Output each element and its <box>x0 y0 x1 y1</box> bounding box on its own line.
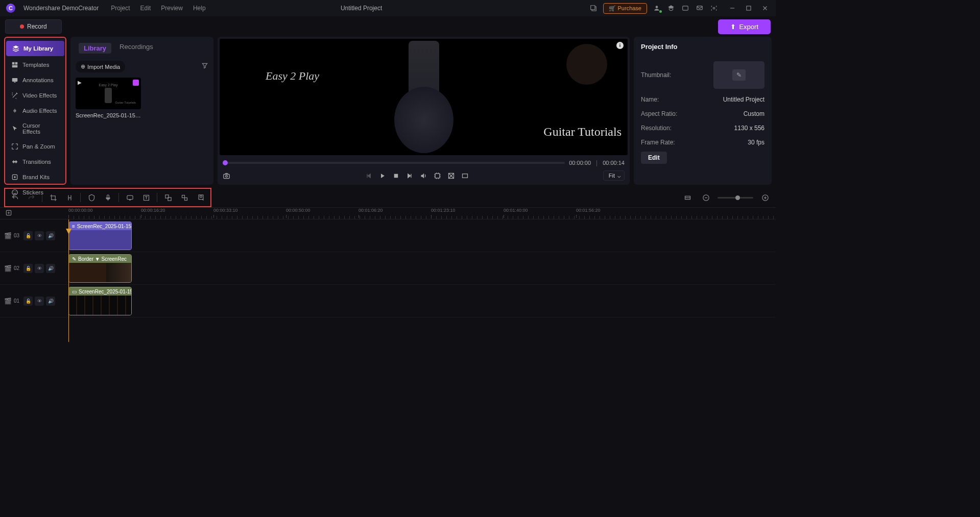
aspect-label: Aspect Ratio: <box>641 110 677 117</box>
purchase-button[interactable]: 🛒Purchase <box>603 3 647 14</box>
mute-button[interactable]: 🔊 <box>46 297 55 306</box>
sidebar-item-cursor-effects[interactable]: Cursor Effects <box>5 118 65 139</box>
message-icon[interactable] <box>695 4 704 13</box>
name-label: Name: <box>641 96 659 103</box>
svg-point-0 <box>656 6 658 8</box>
visibility-button[interactable]: 👁 <box>35 231 44 240</box>
thumbnail-edit[interactable]: ✎ <box>713 61 764 89</box>
ruler-tick: 00:01:56:20 <box>576 208 601 213</box>
snapshot-button[interactable] <box>223 172 230 180</box>
maximize-icon[interactable] <box>744 4 753 13</box>
svg-rect-7 <box>12 65 18 68</box>
duration: 00:00:14 <box>603 160 625 166</box>
mute-button[interactable]: 🔊 <box>46 231 55 240</box>
zoom-in-button[interactable] <box>758 191 772 204</box>
svg-rect-2 <box>697 6 703 10</box>
text-button[interactable] <box>139 191 153 204</box>
new-project-icon[interactable] <box>589 4 598 13</box>
next-frame-button[interactable] <box>406 172 414 180</box>
tab-library[interactable]: Library <box>79 43 111 54</box>
add-track-button[interactable] <box>5 209 12 218</box>
lock-button[interactable]: 🔓 <box>23 264 33 273</box>
zoom-slider[interactable] <box>718 197 753 199</box>
support-icon[interactable] <box>709 4 719 13</box>
lock-button[interactable]: 🔓 <box>23 231 33 240</box>
cloud-icon[interactable] <box>681 4 690 13</box>
svg-point-27 <box>200 195 202 198</box>
annotate-icon <box>11 77 18 84</box>
props-title: Project Info <box>641 43 764 51</box>
svg-point-15 <box>226 175 228 177</box>
clip[interactable]: ▭ScreenRec_2025-01-15 <box>68 287 132 315</box>
crop-button[interactable] <box>46 191 60 204</box>
zoom-fit-button[interactable] <box>681 191 694 204</box>
sidebar-item-pan-zoom[interactable]: Pan & Zoom <box>5 139 65 154</box>
zoom-handle[interactable] <box>735 195 740 200</box>
decorative-guitar <box>409 41 439 153</box>
ungroup-button[interactable] <box>178 191 191 204</box>
sidebar-item-transitions[interactable]: Transitions <box>5 154 65 169</box>
svg-point-10 <box>14 176 16 178</box>
export-button[interactable]: ⬆Export <box>718 19 771 34</box>
user-icon[interactable] <box>652 4 661 13</box>
close-icon[interactable] <box>760 4 770 13</box>
lock-button[interactable]: 🔓 <box>23 297 33 306</box>
import-media-button[interactable]: ⊕Import Media <box>76 61 125 72</box>
wand-icon <box>11 92 18 99</box>
plus-icon: ⊕ <box>81 63 85 70</box>
visibility-button[interactable]: 👁 <box>35 264 44 273</box>
sidebar-item-templates[interactable]: Templates <box>5 57 65 72</box>
sidebar-item-video-effects[interactable]: Video Effects <box>5 88 65 103</box>
svg-point-3 <box>713 7 715 9</box>
filter-icon[interactable] <box>201 62 208 71</box>
info-icon[interactable]: i <box>616 42 624 49</box>
video-track-icon: 🎬 <box>4 298 12 305</box>
play-button[interactable] <box>378 172 386 180</box>
ruler-tick: 00:00:50:00 <box>286 208 310 213</box>
voiceover-button[interactable] <box>101 191 114 204</box>
tab-recordings[interactable]: Recordings <box>119 43 153 54</box>
sidebar-item-my-library[interactable]: My Library <box>6 41 64 56</box>
preview-text-left: Easy 2 Play <box>266 69 319 83</box>
prev-frame-button[interactable] <box>365 172 372 180</box>
stop-button[interactable] <box>392 172 400 180</box>
group-button[interactable] <box>161 191 175 204</box>
ruler-tick: 00:01:23:10 <box>431 208 456 213</box>
visibility-button[interactable]: 👁 <box>35 297 44 306</box>
chat-button[interactable] <box>123 191 136 204</box>
undo-button[interactable] <box>8 191 21 204</box>
seek-handle[interactable] <box>223 160 228 165</box>
fit-select[interactable]: Fit ⌵ <box>603 170 625 181</box>
titlebar: C Wondershare DemoCreator Project Edit P… <box>0 0 776 16</box>
zoom-out-button[interactable] <box>699 191 712 204</box>
ruler-tick: 00:01:06:20 <box>358 208 383 213</box>
project-title: Untitled Project <box>142 5 581 12</box>
crop-frame-button[interactable] <box>434 172 441 180</box>
preview-video[interactable]: Easy 2 Play Guitar Tutorials i <box>220 39 628 155</box>
clip[interactable]: ≡ScreenRec_2025-01-15 <box>68 221 132 250</box>
timeline-ruler[interactable]: 00:00:00:00 00:00:16:20 00:00:33:10 00:0… <box>0 207 776 219</box>
minimize-icon[interactable] <box>728 4 737 13</box>
academy-icon[interactable] <box>666 4 676 13</box>
sidebar-item-annotations[interactable]: Annotations <box>5 72 65 88</box>
menu-project[interactable]: Project <box>111 5 130 12</box>
playhead[interactable] <box>68 219 69 342</box>
sidebar-item-audio-effects[interactable]: Audio Effects <box>5 103 65 118</box>
media-thumbnail: ▶ Easy 2 Play Guitar Tutorials <box>76 78 141 109</box>
detect-button[interactable] <box>194 191 207 204</box>
mute-button[interactable]: 🔊 <box>46 264 55 273</box>
split-button[interactable] <box>63 191 76 204</box>
fullscreen-button[interactable] <box>461 172 469 180</box>
preview-text-right: Guitar Tutorials <box>543 125 622 139</box>
edit-button[interactable]: Edit <box>641 152 667 164</box>
record-button[interactable]: Record <box>5 19 62 34</box>
clip[interactable]: ✎Border ▼ ScreenRec <box>68 254 132 283</box>
media-item[interactable]: ▶ Easy 2 Play Guitar Tutorials ScreenRec… <box>76 78 141 118</box>
marker-button[interactable] <box>85 191 98 204</box>
safe-zone-button[interactable] <box>447 172 455 180</box>
redo-button[interactable] <box>25 191 38 204</box>
resolution-label: Resolution: <box>641 125 672 132</box>
sidebar-item-brand-kits[interactable]: Brand Kits <box>5 169 65 185</box>
seek-bar[interactable] <box>223 162 565 164</box>
volume-button[interactable] <box>420 172 427 180</box>
